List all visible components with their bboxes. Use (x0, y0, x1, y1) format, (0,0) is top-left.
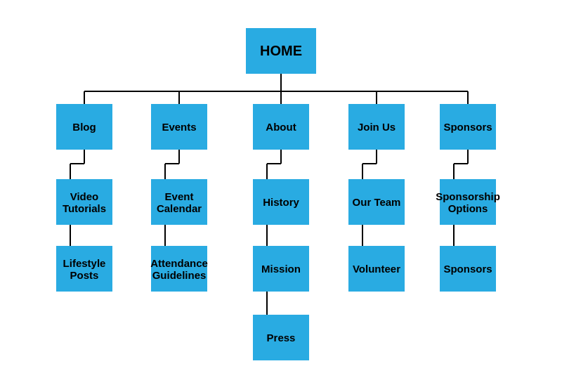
sponsorship-options-label: Sponsorship Options (436, 190, 500, 214)
sponsors-list-node[interactable]: Sponsors (440, 246, 496, 292)
attendance-guidelines-node[interactable]: Attendance Guidelines (151, 246, 207, 292)
volunteer-node[interactable]: Volunteer (348, 246, 405, 292)
joinus-label: Join Us (358, 121, 396, 133)
mission-node[interactable]: Mission (253, 246, 309, 292)
joinus-node[interactable]: Join Us (348, 104, 405, 150)
our-team-node[interactable]: Our Team (348, 179, 405, 225)
video-tutorials-node[interactable]: Video Tutorials (56, 179, 112, 225)
blog-node[interactable]: Blog (56, 104, 112, 150)
site-map: HOME Blog Events About Join Us Sponsors … (0, 0, 562, 392)
attendance-guidelines-label: Attendance Guidelines (150, 257, 208, 281)
event-calendar-node[interactable]: Event Calendar (151, 179, 207, 225)
sponsorship-options-node[interactable]: Sponsorship Options (440, 179, 496, 225)
lifestyle-posts-node[interactable]: Lifestyle Posts (56, 246, 112, 292)
video-tutorials-label: Video Tutorials (56, 190, 112, 214)
history-label: History (263, 196, 299, 208)
events-node[interactable]: Events (151, 104, 207, 150)
blog-label: Blog (72, 121, 96, 133)
history-node[interactable]: History (253, 179, 309, 225)
home-node[interactable]: HOME (246, 28, 316, 74)
sponsors-label: Sponsors (443, 121, 492, 133)
lifestyle-posts-label: Lifestyle Posts (56, 257, 112, 281)
press-node[interactable]: Press (253, 315, 309, 360)
about-node[interactable]: About (253, 104, 309, 150)
sponsors-list-label: Sponsors (443, 263, 492, 275)
our-team-label: Our Team (353, 196, 401, 208)
volunteer-label: Volunteer (353, 263, 400, 275)
press-label: Press (267, 332, 296, 344)
about-label: About (266, 121, 296, 133)
sponsors-node[interactable]: Sponsors (440, 104, 496, 150)
home-label: HOME (260, 43, 302, 59)
mission-label: Mission (261, 263, 301, 275)
events-label: Events (162, 121, 196, 133)
event-calendar-label: Event Calendar (151, 190, 207, 214)
